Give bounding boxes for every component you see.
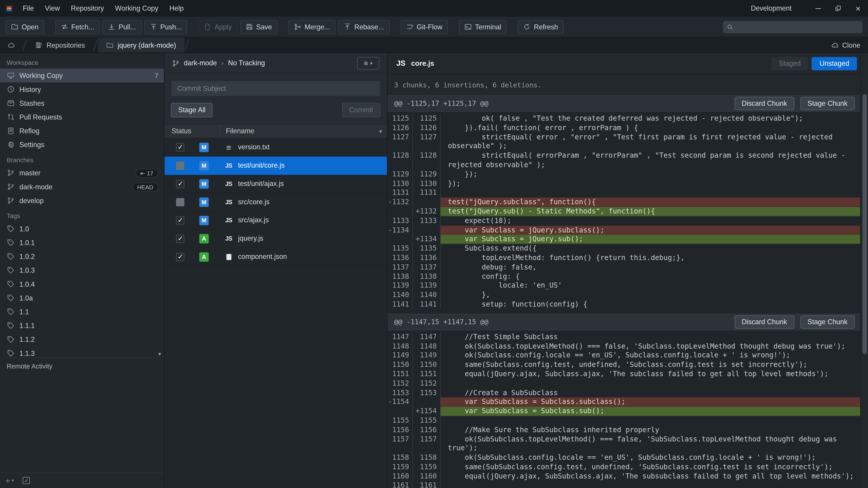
clone-button[interactable]: Clone [824,38,868,53]
tag-item[interactable]: 1.1.1 [0,319,164,332]
column-status[interactable]: Status [164,125,220,138]
file-row[interactable]: M src/core.js [164,193,387,212]
diff-line[interactable]: 1160 1160 equal(jQuery.ajax, SubSubclass… [388,472,860,481]
diff-line[interactable]: 1157 1157 ok(SubSubclass.topLevelMethod(… [388,435,860,453]
diff-line[interactable]: +1132 test("jQuery.sub() - Static Method… [388,207,860,216]
diff-line[interactable]: 1126 1126 }).fail( function( error , err… [388,123,860,133]
diff-line[interactable]: 1137 1137 debug: false, [388,263,860,272]
diff-line[interactable]: 1156 1156 //Make Sure the SubSubclass in… [388,425,860,435]
filter-checkbox-button[interactable]: ✓ [23,477,30,484]
file-checkbox[interactable] [176,234,184,242]
unstaged-button[interactable]: Unstaged [812,57,857,70]
toolbar-button[interactable]: Pull... [103,20,142,34]
diff-line[interactable]: 1125 1125 ok( false , "Test the created … [388,114,860,123]
diff-line[interactable]: 1129 1129 }); [388,170,860,179]
add-repo-button[interactable]: + ▾ [5,476,14,485]
file-row[interactable]: M test/unit/ajax.js [164,175,387,193]
diff-scrollbar[interactable] [860,53,868,488]
diff-line[interactable]: 1147 1147 //Test Simple Subclass [388,332,860,341]
file-checkbox[interactable] [176,198,184,206]
scrollbar-thumb[interactable] [863,94,867,354]
tag-item[interactable]: 1.0.2 [0,250,164,263]
file-row[interactable]: A jquery.js [164,230,387,248]
tag-item[interactable]: 1.0.4 [0,277,164,291]
sidebar-scroll-down-icon[interactable]: ▾ [158,351,161,357]
diff-line[interactable]: -1154 var SubSubclass = Subclass.subclas… [388,397,860,407]
file-row[interactable]: M version.txt [164,138,387,157]
tag-item[interactable]: 1.0 [0,222,164,236]
column-filename[interactable]: Filename [220,127,379,135]
chevron-down-icon[interactable]: ▾ [379,128,382,134]
file-checkbox[interactable] [176,161,184,170]
toolbar-button[interactable]: Open [5,20,44,34]
menu-item[interactable]: Repository [65,0,110,17]
tag-item[interactable]: 1.1 [0,305,164,319]
tag-item[interactable]: 1.1.2 [0,332,164,346]
stage-chunk-button[interactable]: Stage Chunk [800,97,855,110]
branch-item[interactable]: develop [0,194,164,207]
diff-line[interactable]: 1159 1159 same(SubSubclass.config.test, … [388,462,860,472]
diff-line[interactable]: 1149 1149 ok(Subclass.config.locale == '… [388,351,860,360]
diff-line[interactable]: 1140 1140 }, [388,291,860,300]
sidebar-item[interactable]: Settings [0,138,164,152]
diff-line[interactable]: -1134 var Subclass = jQuery.subclass(); [388,225,860,235]
commit-button[interactable]: Commit [342,103,380,118]
branch-item[interactable]: master ⇤ 17 [0,166,164,180]
toolbar-button[interactable]: Git-Flow [401,20,448,34]
diff-line[interactable]: 1148 1148 ok(Subclass.topLevelMethod() =… [388,341,860,351]
restore-button[interactable] [828,0,848,17]
diff-line[interactable]: 1127 1127 strictEqual( error , "error" ,… [388,133,860,151]
branch-item[interactable]: dark-mode HEAD [0,180,164,194]
search-input[interactable] [737,23,859,31]
diff-line[interactable]: 1133 1133 expect(18); [388,216,860,225]
sidebar-item[interactable]: Reflog [0,124,164,138]
diff-line[interactable]: 1128 1128 strictEqual( errorParam , "err… [388,151,860,170]
staged-button[interactable]: Staged [771,57,809,70]
sidebar-item[interactable]: Stashes [0,96,164,110]
tab-repo-jquery[interactable]: jquery (dark-mode) [98,38,184,53]
toolbar-button[interactable]: Rebase... [338,20,390,34]
close-button[interactable]: × [848,0,868,17]
tag-item[interactable]: 1.0.1 [0,236,164,250]
stage-all-button[interactable]: Stage All [171,103,213,118]
toolbar-button[interactable]: Apply [198,20,237,34]
file-checkbox[interactable] [176,180,184,188]
file-row[interactable]: M test/unit/core.js [164,157,387,175]
diff-line[interactable]: 1155 1155 [388,416,860,425]
file-checkbox[interactable] [176,216,184,224]
diff-line[interactable]: 1130 1130 }); [388,179,860,188]
file-row[interactable]: M src/ajax.js [164,212,387,230]
menu-item[interactable]: View [39,0,65,17]
diff-line[interactable]: 1150 1150 same(Subclass.config.test, und… [388,360,860,369]
toolbar-button[interactable]: Push... [144,20,187,34]
diff-line[interactable]: +1134 var Subclass = jQuery.sub(); [388,235,860,244]
menu-item[interactable]: Help [164,0,189,17]
toolbar-button[interactable]: Fetch... [55,20,100,34]
diff-line[interactable]: 1131 1131 [388,188,860,198]
commit-subject-input[interactable] [171,81,380,96]
diff-line[interactable]: 1151 1151 equal(jQuery.ajax, Subclass.aj… [388,369,860,379]
discard-chunk-button[interactable]: Discard Chunk [735,315,794,328]
tab-repositories[interactable]: Repositories [27,38,93,53]
stage-chunk-button[interactable]: Stage Chunk [800,315,855,328]
tag-item[interactable]: 1.0.3 [0,263,164,277]
diff-line[interactable]: 1153 1153 //Create a SubSubclass [388,388,860,397]
diff-line[interactable]: 1141 1141 setup: function(config) { [388,300,860,309]
file-row[interactable]: A component.json [164,248,387,266]
toolbar-button[interactable]: Terminal [459,20,507,34]
diff-line[interactable]: 1135 1135 Subclass.extend({ [388,244,860,253]
menu-item[interactable]: Working Copy [110,0,164,17]
sidebar-item[interactable]: History [0,83,164,96]
commit-options-button[interactable]: ≡ ▾ [357,57,379,69]
toolbar-button[interactable]: Save [240,20,277,34]
diff-line[interactable]: -1132 test("jQuery.subclass", function()… [388,198,860,207]
toolbar-button[interactable]: Refresh [518,20,564,34]
sidebar-item[interactable]: Working Copy 7 [0,69,164,83]
diff-line[interactable]: 1138 1138 config: { [388,272,860,281]
diff-line[interactable]: 1158 1158 ok(SubSubclass.config.locale =… [388,453,860,462]
sidebar-item[interactable]: Pull Requests [0,110,164,124]
minimize-button[interactable] [808,0,828,17]
file-checkbox[interactable] [176,253,184,261]
diff-line[interactable]: 1161 1161 [388,481,860,488]
discard-chunk-button[interactable]: Discard Chunk [735,97,794,110]
